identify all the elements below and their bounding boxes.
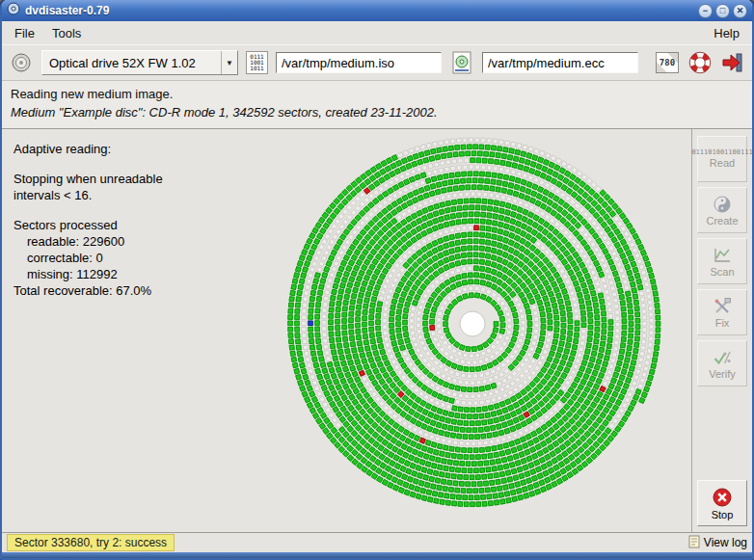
binary-read-icon: 011101001100111: [691, 149, 752, 156]
checkmark-percent-icon: [713, 348, 732, 367]
stopping-line2: intervals < 16.: [13, 187, 163, 203]
menubar: File Tools Help: [2, 21, 752, 44]
sectors-processed-label: Sectors processed: [13, 217, 163, 233]
window-controls: − □ ✕: [698, 4, 747, 18]
read-button[interactable]: 011101001100111 Read: [697, 136, 747, 182]
view-log-label: View log: [704, 536, 747, 549]
total-recoverable: Total recoverable: 67.0%: [13, 282, 163, 299]
exit-arrow-icon: [721, 51, 744, 74]
tools-icon: [713, 297, 732, 316]
preferences-icon: 780: [656, 52, 679, 73]
create-label: Create: [706, 215, 738, 227]
window-title: dvdisaster-0.79: [25, 4, 693, 17]
sectors-readable: readable: 229600: [13, 233, 163, 250]
content-area: Adaptive reading: Stopping when unreadab…: [2, 129, 752, 532]
titlebar[interactable]: dvdisaster-0.79 − □ ✕: [2, 0, 752, 21]
sectors-missing: missing: 112992: [13, 266, 163, 282]
action-title: Reading new medium image.: [11, 87, 743, 101]
minimize-button[interactable]: −: [698, 4, 713, 18]
menu-tools[interactable]: Tools: [43, 23, 90, 43]
fix-label: Fix: [715, 317, 730, 329]
menu-help[interactable]: Help: [705, 23, 748, 43]
preferences-button[interactable]: 780: [655, 50, 680, 75]
ecc-file-icon: [449, 50, 474, 75]
sectors-correctable: correctable: 0: [13, 250, 163, 266]
chart-icon: [713, 246, 732, 265]
drive-select[interactable]: Optical drive 52X FW 1.02 ▼: [41, 50, 238, 75]
app-icon: [7, 2, 20, 19]
view-log-button[interactable]: View log: [688, 535, 747, 551]
ecc-path-input[interactable]: [482, 52, 638, 73]
help-button[interactable]: [687, 50, 713, 75]
scan-label: Scan: [710, 266, 734, 278]
statusbar: Sector 333680, try 2: success View log: [2, 532, 752, 552]
window-frame-bottom: [2, 552, 752, 558]
medium-info: Medium "Example disc": CD-R mode 1, 3425…: [11, 105, 743, 120]
stop-icon: [712, 487, 733, 508]
disc-spiral-visualization: [280, 131, 665, 517]
stop-label: Stop: [712, 509, 734, 520]
scan-button[interactable]: Scan: [697, 238, 747, 284]
reading-info-block: Adaptive reading: Stopping when unreadab…: [13, 141, 163, 299]
fix-button[interactable]: Fix: [697, 289, 747, 335]
iso-path-input[interactable]: [276, 52, 442, 73]
iso-file-icon: 0111 1001 1011: [246, 51, 268, 74]
lifebelt-icon: [688, 51, 712, 74]
stopping-line1: Stopping when unreadable: [13, 171, 163, 187]
toolbar: Optical drive 52X FW 1.02 ▼ 0111 1001 10…: [2, 44, 752, 81]
iso-icon-row: 1011: [250, 66, 263, 71]
create-button[interactable]: Create: [697, 187, 747, 233]
status-message-area: Reading new medium image. Medium "Exampl…: [2, 81, 752, 129]
read-label: Read: [710, 157, 735, 169]
close-button[interactable]: ✕: [733, 4, 747, 18]
sidebar: 011101001100111 Read Create: [691, 129, 752, 532]
verify-label: Verify: [709, 368, 736, 380]
quit-button[interactable]: [720, 50, 745, 75]
drive-icon: [9, 50, 34, 75]
log-icon: [688, 535, 700, 551]
stop-button[interactable]: Stop: [697, 480, 747, 526]
drive-select-value: Optical drive 52X FW 1.02: [42, 56, 221, 70]
main-panel: Adaptive reading: Stopping when unreadab…: [2, 129, 691, 532]
sector-status: Sector 333680, try 2: success: [7, 534, 175, 551]
app-window: dvdisaster-0.79 − □ ✕ File Tools Help Op…: [0, 0, 754, 560]
chevron-down-icon: ▼: [221, 51, 237, 74]
verify-button[interactable]: Verify: [697, 340, 747, 387]
adaptive-reading-label: Adaptive reading:: [13, 141, 163, 157]
yin-yang-icon: [713, 195, 732, 214]
maximize-button[interactable]: □: [715, 4, 730, 18]
menu-file[interactable]: File: [6, 23, 43, 43]
